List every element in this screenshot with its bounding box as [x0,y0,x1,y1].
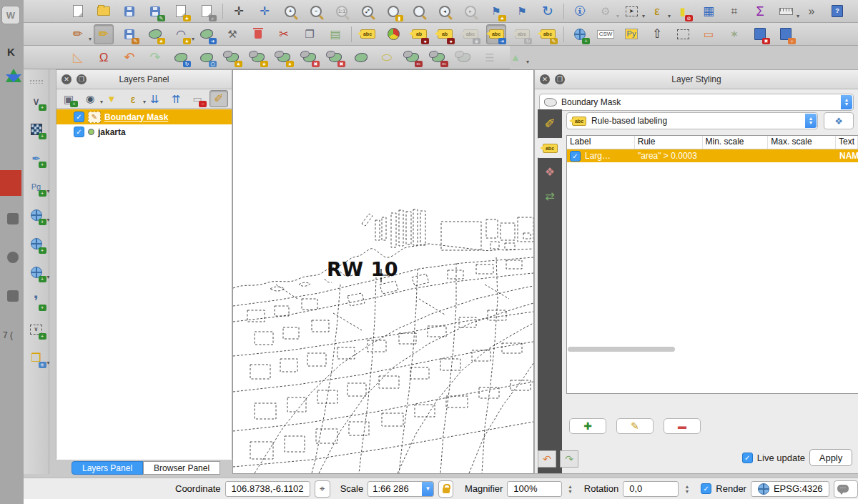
split-parts-icon[interactable]: ✂ [428,47,448,67]
rotation-input[interactable]: 0,0 [623,481,679,497]
delete-selected-icon[interactable] [248,24,268,44]
zoom-out-icon[interactable]: − [306,1,326,21]
simplify-feature-icon[interactable]: ⬡ [197,47,217,67]
offset-curve-icon[interactable]: ⬭ [377,47,397,67]
layer-visibility-checkbox[interactable]: ✓ [74,112,84,122]
deselect-features-icon[interactable]: ▮⊘ [673,1,693,21]
cut-features-icon[interactable]: ✂ [274,24,294,44]
styling-tab-labels[interactable]: abc [537,138,563,158]
identify-features-icon[interactable]: 🛈 [570,1,590,21]
new-project-icon[interactable] [68,1,88,21]
style-manager-add-icon[interactable]: ＋ [776,24,796,44]
layer-labeling-options-icon[interactable]: abc [358,24,378,44]
show-hide-labels-icon[interactable]: abc◉ [460,24,480,44]
rule-row[interactable]: ✓Larg… "area" > 0.0003 NAM [567,149,858,162]
add-delimited-text-icon[interactable]: ✒+ [26,148,46,168]
show-bookmarks-icon[interactable]: ⚑ [512,1,532,21]
add-grass-layer-icon[interactable]: ❒✳ [26,348,46,368]
remove-layer-icon[interactable]: ▭− [188,90,207,107]
styling-layer-selector[interactable]: Boundary Mask ▲▼ [539,94,854,111]
copyright-label-icon[interactable]: ▭ [699,24,719,44]
zoom-next-icon[interactable]: ▸ [460,1,480,21]
paste-features-icon[interactable]: ▤ [325,24,345,44]
close-panel-button[interactable]: ✕ [61,74,72,84]
redo-icon[interactable]: ↷ [145,47,165,67]
merge-attributes-icon[interactable]: ☰ [480,47,500,67]
pan-map-icon[interactable]: ✛ [229,1,249,21]
map-canvas[interactable]: RW 10 [232,69,534,474]
col-min-scale[interactable]: Min. scale [703,136,769,149]
current-edits-icon[interactable]: ✏ [68,24,88,44]
col-text[interactable]: Text [836,136,858,149]
rotation-spinner[interactable]: ▲▼ [683,482,691,496]
zoom-native-icon[interactable]: 1:1 [332,1,352,21]
add-postgis-layer-icon[interactable]: Pg+ [26,177,46,197]
styling-tab-history[interactable]: ⇄ [539,187,561,207]
refresh-icon[interactable]: ↻ [538,1,558,21]
magnifier-spinner[interactable]: ▲▼ [566,482,574,496]
col-max-scale[interactable]: Max. scale [768,136,836,149]
styling-tab-style-manager[interactable]: ❖ [539,162,561,182]
combo-spinner-icon[interactable]: ▲▼ [805,114,817,128]
rotate-feature-icon[interactable]: ↻ [171,47,191,67]
toolbar-handle[interactable] [29,79,44,84]
add-wms-layer-icon[interactable]: + [26,234,46,254]
combo-spinner-icon[interactable]: ▲▼ [841,95,852,109]
add-part-icon[interactable]: ★ [248,47,268,67]
tab-layers-panel[interactable]: Layers Panel [72,461,143,475]
style-undo-button[interactable]: ↶ [538,450,556,468]
grid-annotation-icon[interactable]: ✶ [724,24,744,44]
add-group-icon[interactable]: ▣+ [59,90,78,107]
toolbar-overflow-icon[interactable]: » [802,1,822,21]
statistics-icon[interactable]: Σ [750,1,770,21]
filter-expression-icon[interactable]: ε [124,90,142,107]
attribute-table-icon[interactable]: ▦ [699,1,719,21]
coordinate-input[interactable]: 106.8738,-6.1102 [225,481,310,497]
add-vector-layer-icon[interactable]: ∨+ [26,91,46,111]
add-rule-button[interactable]: ✚ [569,418,606,434]
tab-browser-panel[interactable]: Browser Panel [143,461,220,475]
copy-features-icon[interactable]: ❐ [300,24,320,44]
edit-rule-button[interactable]: ✎ [616,418,654,434]
render-checkbox[interactable]: ✓ [701,483,711,494]
pin-unpin-labels-icon[interactable]: ab● [435,24,455,44]
labeling-mode-selector[interactable]: abc Rule-based labeling ▲▼ [566,112,818,129]
manage-visibility-icon[interactable]: ◉ [81,90,99,107]
style-redo-button[interactable]: ↷ [560,450,578,468]
rules-horizontal-scrollbar[interactable] [568,347,675,352]
rule-checkbox[interactable]: ✓ [570,151,581,162]
filter-legend-icon[interactable]: ▼ [102,90,121,107]
live-update-checkbox[interactable]: ✓ [742,453,753,463]
remove-rule-button[interactable]: ▬ [664,418,701,434]
select-by-expression-icon[interactable]: ε [647,1,667,21]
zoom-last-icon[interactable]: ◂ [435,1,455,21]
toggle-editing-icon[interactable]: ✏ [94,24,114,44]
run-feature-action-icon[interactable]: ⚙ [596,1,616,21]
zoom-to-layer-icon[interactable] [409,1,429,21]
scale-bar-icon[interactable] [673,24,693,44]
save-layer-edits-icon[interactable]: ✎ [119,24,139,44]
change-label-icon[interactable]: abc✎ [538,24,558,44]
add-ring-icon[interactable]: ★ [222,47,242,67]
scale-combobox[interactable]: 1:66 286 ▼ [368,481,434,497]
float-panel-button[interactable]: ❐ [77,74,87,84]
crs-status-button[interactable]: EPSG:4326 [751,481,829,497]
zoom-full-icon[interactable]: ⤢ [358,1,378,21]
save-project-icon[interactable] [119,1,139,21]
help-icon[interactable]: ? [827,1,847,21]
zoom-in-icon[interactable]: + [280,1,300,21]
messages-button[interactable]: ⋯ [834,480,858,498]
zoom-to-selection-icon[interactable]: ▮ [383,1,403,21]
scale-lock-button[interactable] [438,480,453,498]
mouse-position-toggle-button[interactable]: ⌖ [315,480,330,498]
add-wcs-layer-icon[interactable]: + [26,262,46,282]
new-bookmark-icon[interactable]: ⚑★ [486,1,506,21]
add-spatialite-layer-icon[interactable]: + [26,205,46,225]
add-web-service-icon[interactable]: + [570,24,590,44]
new-print-composer-icon[interactable]: ★ [171,1,191,21]
python-console-icon[interactable]: Py [621,24,641,44]
split-features-icon[interactable]: ✂ [403,47,423,67]
collapse-all-icon[interactable]: ⇈ [167,90,185,107]
close-panel-button[interactable]: ✕ [540,74,550,84]
merge-features-icon[interactable] [454,47,474,67]
